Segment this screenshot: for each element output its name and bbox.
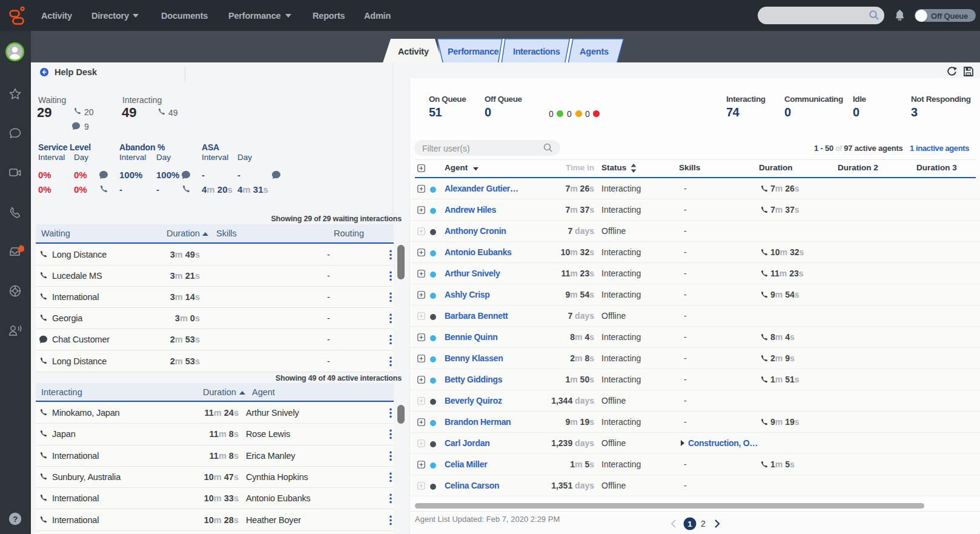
svg-text:1: 1 [687,519,692,529]
svg-text:?: ? [13,515,18,524]
